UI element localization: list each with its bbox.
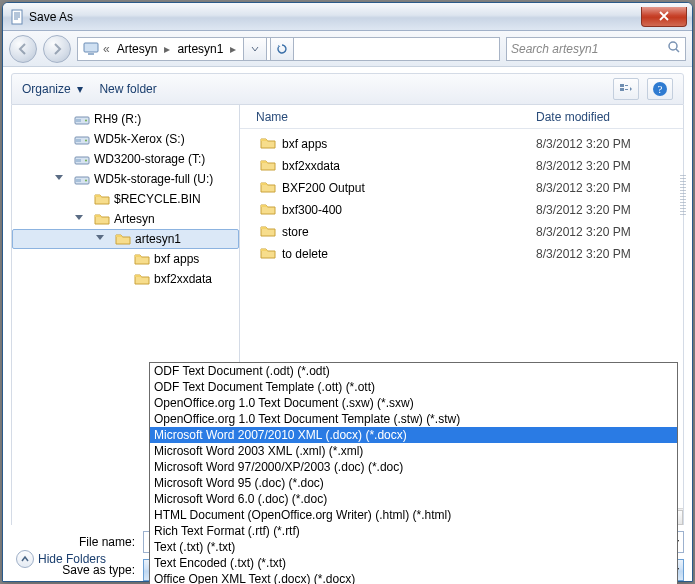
expander-icon[interactable] — [54, 171, 70, 187]
savetype-option[interactable]: Rich Text Format (.rtf) (*.rtf) — [150, 523, 677, 539]
view-options-button[interactable] — [613, 78, 639, 100]
window-title: Save As — [29, 10, 73, 24]
tree-item[interactable]: Artesyn — [12, 209, 239, 229]
svg-point-7 — [669, 42, 677, 50]
savetype-option[interactable]: Microsoft Word 2003 XML (.xml) (*.xml) — [150, 443, 677, 459]
breadcrumb-dropdown-button[interactable] — [243, 37, 267, 61]
drive-icon — [74, 151, 90, 167]
file-name: store — [282, 225, 309, 239]
breadcrumb-item[interactable]: artesyn1 — [173, 38, 227, 60]
tree-item[interactable]: $RECYCLE.BIN — [12, 189, 239, 209]
address-bar[interactable]: « Artesyn ▸ artesyn1 ▸ — [77, 37, 500, 61]
title-bar: Save As — [3, 3, 692, 31]
help-button[interactable]: ? — [647, 78, 673, 100]
tree-item[interactable]: RH9 (R:) — [12, 109, 239, 129]
svg-rect-10 — [620, 88, 624, 91]
savetype-option[interactable]: Text (.txt) (*.txt) — [150, 539, 677, 555]
savetype-option[interactable]: HTML Document (OpenOffice.org Writer) (.… — [150, 507, 677, 523]
drive-icon — [74, 171, 90, 187]
file-row[interactable]: BXF200 Output8/3/2012 3:20 PM — [240, 177, 683, 199]
savetype-option[interactable]: Microsoft Word 97/2000/XP/2003 (.doc) (*… — [150, 459, 677, 475]
tree-item[interactable]: bxf2xxdata — [12, 269, 239, 289]
folder-icon — [134, 251, 150, 267]
svg-rect-22 — [76, 159, 81, 162]
file-name: to delete — [282, 247, 328, 261]
savetype-option[interactable]: Office Open XML Text (.docx) (*.docx) — [150, 571, 677, 582]
file-row[interactable]: bxf2xxdata8/3/2012 3:20 PM — [240, 155, 683, 177]
svg-rect-12 — [625, 89, 628, 90]
savetype-option[interactable]: OpenOffice.org 1.0 Text Document Templat… — [150, 411, 677, 427]
savetype-option[interactable]: Microsoft Word 95 (.doc) (*.doc) — [150, 475, 677, 491]
file-name: BXF200 Output — [282, 181, 365, 195]
drive-icon — [74, 111, 90, 127]
savetype-option[interactable]: ODF Text Document Template (.ott) (*.ott… — [150, 379, 677, 395]
tree-item[interactable]: WD5k-Xerox (S:) — [12, 129, 239, 149]
file-row[interactable]: store8/3/2012 3:20 PM — [240, 221, 683, 243]
svg-line-8 — [676, 49, 679, 52]
splitter-handle[interactable] — [680, 175, 686, 215]
tree-item-label: WD5k-storage-full (U:) — [94, 172, 213, 186]
svg-point-23 — [85, 160, 87, 162]
file-row[interactable]: bxf apps8/3/2012 3:20 PM — [240, 133, 683, 155]
column-date[interactable]: Date modified — [536, 110, 610, 124]
folder-icon — [94, 211, 110, 227]
folder-icon — [260, 135, 276, 154]
svg-rect-19 — [76, 139, 81, 142]
folder-icon — [260, 201, 276, 220]
document-icon — [9, 9, 25, 25]
file-date: 8/3/2012 3:20 PM — [536, 181, 631, 195]
svg-point-20 — [85, 140, 87, 142]
savetype-option[interactable]: Microsoft Word 2007/2010 XML (.docx) (*.… — [150, 427, 677, 443]
tree-item[interactable]: bxf apps — [12, 249, 239, 269]
savetype-option[interactable]: Microsoft Word 6.0 (.doc) (*.doc) — [150, 491, 677, 507]
chevron-right-icon: ▸ — [163, 42, 171, 56]
breadcrumb-item[interactable]: Artesyn — [113, 38, 162, 60]
tree-item[interactable]: WD5k-storage-full (U:) — [12, 169, 239, 189]
tree-item-label: bxf2xxdata — [154, 272, 212, 286]
save-as-dialog: Save As « Artesyn ▸ artesyn1 ▸ — [2, 2, 693, 582]
savetype-option[interactable]: Text Encoded (.txt) (*.txt) — [150, 555, 677, 571]
svg-rect-6 — [88, 53, 94, 55]
computer-icon — [82, 40, 100, 58]
file-date: 8/3/2012 3:20 PM — [536, 137, 631, 151]
svg-rect-11 — [625, 85, 628, 86]
back-button[interactable] — [9, 35, 37, 63]
organize-button[interactable]: Organize ▾ — [22, 82, 83, 96]
search-icon — [667, 40, 681, 57]
tree-item-label: Artesyn — [114, 212, 155, 226]
column-name[interactable]: Name — [256, 110, 536, 124]
file-row[interactable]: to delete8/3/2012 3:20 PM — [240, 243, 683, 265]
folder-icon — [260, 245, 276, 264]
file-row[interactable]: bxf300-4008/3/2012 3:20 PM — [240, 199, 683, 221]
column-headers[interactable]: Name Date modified — [240, 105, 683, 129]
savetype-option[interactable]: ODF Text Document (.odt) (*.odt) — [150, 363, 677, 379]
refresh-button[interactable] — [270, 37, 294, 61]
search-input[interactable]: Search artesyn1 — [506, 37, 686, 61]
folder-icon — [260, 179, 276, 198]
folder-icon — [260, 157, 276, 176]
toolbar: Organize ▾ New folder ? — [11, 73, 684, 105]
folder-icon — [94, 191, 110, 207]
hide-folders-button[interactable]: Hide Folders — [16, 550, 106, 568]
new-folder-button[interactable]: New folder — [99, 82, 156, 96]
tree-item[interactable]: WD3200-storage (T:) — [12, 149, 239, 169]
svg-rect-9 — [620, 84, 624, 87]
chevron-right-icon: ▸ — [229, 42, 237, 56]
forward-button[interactable] — [43, 35, 71, 63]
file-name: bxf300-400 — [282, 203, 342, 217]
expander-icon[interactable] — [74, 211, 90, 227]
tree-item-label: WD5k-Xerox (S:) — [94, 132, 185, 146]
folder-icon — [260, 223, 276, 242]
file-date: 8/3/2012 3:20 PM — [536, 225, 631, 239]
savetype-dropdown-list[interactable]: ODF Text Document (.odt) (*.odt)ODF Text… — [149, 362, 678, 582]
close-button[interactable] — [641, 7, 687, 27]
folder-icon — [115, 231, 131, 247]
tree-item[interactable]: artesyn1 — [12, 229, 239, 249]
chevron-right-icon: « — [102, 42, 111, 56]
file-date: 8/3/2012 3:20 PM — [536, 159, 631, 173]
file-name: bxf2xxdata — [282, 159, 340, 173]
expander-icon[interactable] — [95, 231, 111, 247]
tree-item-label: WD3200-storage (T:) — [94, 152, 205, 166]
svg-rect-25 — [76, 179, 81, 182]
savetype-option[interactable]: OpenOffice.org 1.0 Text Document (.sxw) … — [150, 395, 677, 411]
